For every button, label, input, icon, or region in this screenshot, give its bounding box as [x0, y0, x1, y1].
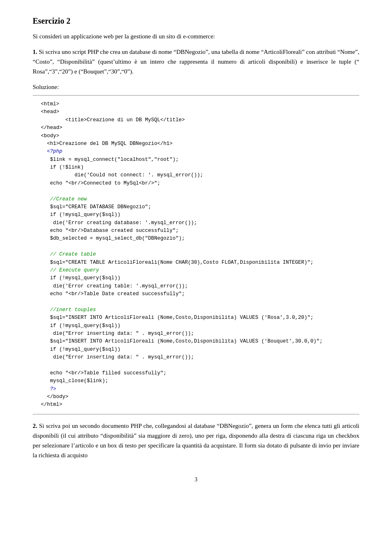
code-block: <html> <head> <title>Creazione di un DB …: [33, 95, 359, 414]
question2-text: 2. Si scriva poi un secondo documento PH…: [33, 421, 359, 460]
solution-label: Soluzione:: [33, 82, 359, 92]
question2-body: Si scriva poi un secondo documento PHP c…: [33, 423, 359, 459]
question1-number: 1.: [33, 49, 37, 55]
page-content: Esercizio 2 Si consideri un applicazione…: [33, 16, 359, 483]
question2-number: 2.: [33, 423, 37, 429]
exercise-intro: Si consideri un applicazione web per la …: [33, 31, 359, 41]
question1-text: 1. Si scriva uno script PHP che crea un …: [33, 47, 359, 76]
question1-body: Si scriva uno script PHP che crea un dat…: [33, 49, 359, 75]
exercise-title: Esercizio 2: [33, 16, 359, 26]
page-number: 3: [33, 476, 359, 483]
